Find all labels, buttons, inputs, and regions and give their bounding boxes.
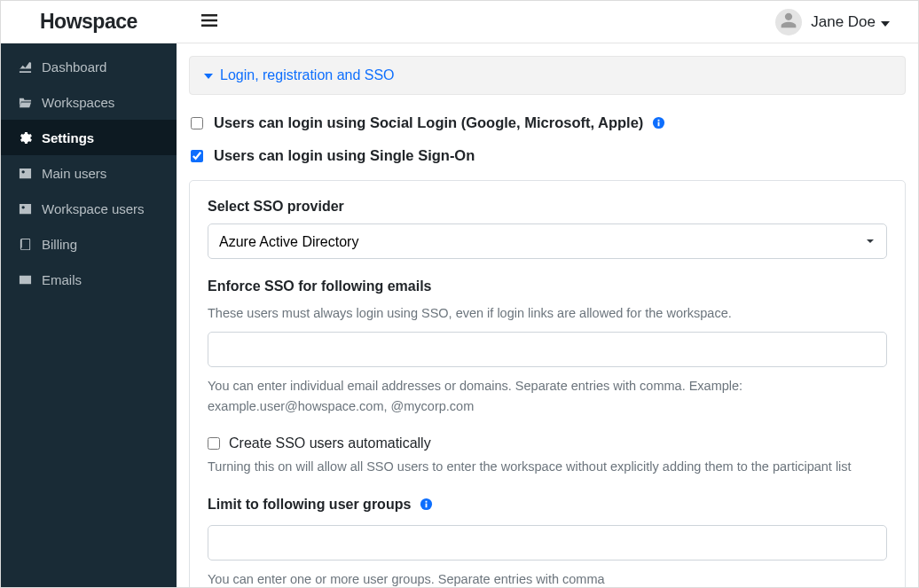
sidebar-item-label: Workspaces	[42, 95, 114, 110]
svg-rect-2	[658, 120, 660, 122]
auto-create-group: Create SSO users automatically Turning t…	[208, 435, 887, 476]
gears-icon	[17, 131, 33, 145]
sidebar-item-label: Billing	[42, 237, 77, 252]
auto-create-label[interactable]: Create SSO users automatically	[229, 435, 431, 451]
sidebar-item-billing[interactable]: Billing	[1, 226, 177, 262]
sidebar: Dashboard Workspaces Settings Main users…	[1, 43, 177, 587]
enforce-sso-input[interactable]	[208, 332, 887, 367]
hamburger-icon	[201, 15, 217, 30]
section-title: Login, registration and SSO	[220, 67, 395, 83]
caret-down-icon	[881, 14, 890, 29]
auto-create-help: Turning this on will allow all SSO users…	[208, 457, 887, 476]
enforce-sso-group: Enforce SSO for following emails These u…	[208, 278, 887, 416]
svg-rect-5	[426, 501, 428, 503]
enforce-sso-help-1: These users must always login using SSO,…	[208, 303, 887, 323]
auto-create-checkbox[interactable]	[208, 437, 220, 450]
sso-provider-group: Select SSO provider Azure Active Directo…	[208, 199, 887, 259]
info-icon[interactable]	[420, 498, 433, 511]
limit-groups-input[interactable]	[208, 525, 887, 561]
logo: Howspace	[40, 10, 137, 34]
info-icon[interactable]	[652, 116, 665, 129]
user-card-icon	[17, 167, 33, 180]
user-menu-toggle[interactable]	[881, 14, 890, 29]
limit-groups-label: Limit to following user groups	[208, 497, 411, 513]
sidebar-item-workspaces[interactable]: Workspaces	[1, 84, 177, 120]
caret-down-icon	[204, 67, 213, 83]
social-login-label[interactable]: Users can login using Social Login (Goog…	[214, 114, 643, 131]
limit-groups-group: Limit to following user groups You can e…	[208, 497, 887, 587]
sidebar-item-main-users[interactable]: Main users	[1, 155, 177, 191]
sidebar-item-settings[interactable]: Settings	[1, 120, 177, 155]
svg-rect-1	[658, 122, 660, 127]
user-icon	[780, 12, 797, 32]
sidebar-item-dashboard[interactable]: Dashboard	[1, 49, 177, 84]
sidebar-item-label: Dashboard	[42, 59, 106, 74]
sso-config-panel: Select SSO provider Azure Active Directo…	[189, 180, 906, 587]
sidebar-item-workspace-users[interactable]: Workspace users	[1, 191, 177, 226]
social-login-checkbox[interactable]	[191, 117, 203, 129]
social-login-row: Users can login using Social Login (Goog…	[189, 114, 906, 131]
chart-area-icon	[17, 60, 33, 74]
user-name[interactable]: Jane Doe	[811, 13, 876, 31]
user-avatar[interactable]	[775, 9, 802, 35]
sso-provider-select[interactable]: Azure Active Directory	[208, 223, 887, 259]
sso-login-label[interactable]: Users can login using Single Sign-On	[214, 147, 475, 164]
book-icon	[17, 238, 33, 251]
sso-provider-label: Select SSO provider	[208, 199, 887, 215]
section-body: Users can login using Social Login (Goog…	[189, 95, 906, 587]
body: Dashboard Workspaces Settings Main users…	[1, 43, 918, 587]
sidebar-item-emails[interactable]: Emails	[1, 262, 177, 297]
top-header: Howspace Jane Doe	[1, 1, 918, 43]
envelope-icon	[17, 273, 33, 286]
sidebar-item-label: Main users	[42, 166, 106, 181]
folder-open-icon	[17, 96, 33, 109]
sso-login-checkbox[interactable]	[191, 150, 203, 162]
sso-login-row: Users can login using Single Sign-On	[189, 147, 906, 164]
menu-toggle-button[interactable]	[201, 13, 217, 30]
limit-groups-help: You can enter one or more user groups. S…	[208, 569, 887, 587]
svg-rect-4	[426, 504, 428, 508]
sidebar-item-label: Settings	[42, 130, 94, 145]
section-toggle-login-sso[interactable]: Login, registration and SSO	[189, 56, 906, 95]
sidebar-item-label: Workspace users	[42, 201, 145, 216]
app-window: Howspace Jane Doe Dashboard	[0, 0, 919, 588]
user-card-icon	[17, 202, 33, 216]
sidebar-item-label: Emails	[42, 272, 82, 287]
enforce-sso-label: Enforce SSO for following emails	[208, 278, 887, 294]
enforce-sso-help-2: You can enter individual email addresses…	[208, 376, 887, 416]
main-content: Login, registration and SSO Users can lo…	[177, 43, 918, 587]
